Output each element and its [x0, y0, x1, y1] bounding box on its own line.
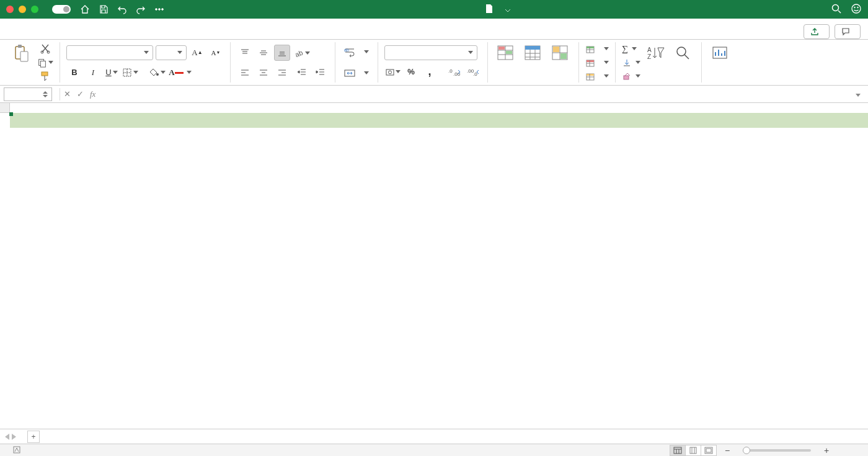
orientation-button[interactable]: ab	[294, 45, 310, 61]
sigma-icon: ∑	[622, 44, 628, 54]
svg-rect-9	[20, 51, 28, 61]
view-buttons	[670, 445, 717, 456]
align-bottom-button[interactable]	[274, 45, 290, 61]
analyse-data-button[interactable]	[708, 43, 732, 83]
autosum-button[interactable]: ∑	[622, 43, 640, 55]
autosave-toggle[interactable]	[52, 5, 71, 14]
expand-formula-bar-button[interactable]	[856, 89, 864, 99]
svg-rect-28	[506, 51, 512, 54]
fill-handle[interactable]	[9, 112, 13, 116]
redo-icon[interactable]	[135, 4, 146, 15]
fill-button[interactable]	[622, 56, 640, 69]
save-icon[interactable]	[98, 4, 109, 15]
comma-format-button[interactable]: ,	[422, 64, 438, 80]
cells-area[interactable]	[10, 113, 868, 429]
analyse-group	[702, 42, 738, 83]
normal-view-button[interactable]	[670, 445, 686, 456]
svg-rect-8	[18, 45, 22, 48]
fx-icon[interactable]: fx	[90, 89, 95, 99]
decrease-decimal-button[interactable]: .00.0	[465, 64, 481, 80]
name-box[interactable]	[4, 87, 52, 101]
find-select-icon	[674, 44, 693, 63]
paste-button[interactable]	[10, 43, 33, 83]
accessibility-icon[interactable]	[12, 445, 21, 455]
spreadsheet-grid[interactable]	[0, 103, 868, 429]
sheet-nav-next[interactable]	[12, 434, 16, 440]
align-center-button[interactable]	[255, 65, 272, 81]
ribbon-tabs	[0, 19, 868, 40]
zoom-slider[interactable]	[743, 449, 811, 452]
percent-format-button[interactable]: %	[403, 64, 419, 80]
selected-cell-outline	[10, 113, 12, 115]
close-window-button[interactable]	[6, 6, 14, 13]
svg-point-5	[854, 7, 856, 8]
page-layout-view-button[interactable]	[685, 445, 701, 456]
svg-rect-35	[587, 47, 594, 48]
sort-filter-button[interactable]: AZ	[644, 43, 668, 83]
smiley-icon[interactable]	[851, 3, 862, 16]
increase-font-button[interactable]: A▲	[189, 45, 205, 61]
undo-icon[interactable]	[117, 4, 128, 15]
italic-button[interactable]: I	[85, 65, 101, 81]
analyse-data-icon	[711, 44, 729, 63]
borders-button[interactable]	[122, 65, 138, 81]
increase-decimal-button[interactable]: .0.00	[446, 64, 463, 80]
merge-centre-button[interactable]	[342, 65, 371, 81]
increase-indent-button[interactable]	[312, 64, 329, 80]
add-sheet-button[interactable]: +	[27, 431, 40, 443]
accounting-format-button[interactable]	[384, 64, 401, 80]
svg-rect-40	[624, 76, 629, 79]
cancel-formula-icon[interactable]: ✕	[64, 89, 71, 99]
font-color-button[interactable]: A	[168, 65, 184, 81]
more-icon[interactable]	[154, 4, 165, 15]
number-format-select[interactable]	[384, 45, 477, 60]
status-bar: − +	[0, 444, 868, 456]
select-all-corner[interactable]	[0, 103, 10, 113]
enter-formula-icon[interactable]: ✓	[77, 89, 84, 99]
zoom-out-button[interactable]: −	[723, 445, 732, 455]
cell-styles-button[interactable]	[549, 43, 572, 83]
svg-text:.00: .00	[453, 71, 461, 76]
align-top-button[interactable]	[237, 45, 253, 61]
page-break-view-button[interactable]	[701, 445, 717, 456]
font-name-select[interactable]	[66, 45, 153, 60]
clear-button[interactable]	[622, 70, 640, 83]
maximize-window-button[interactable]	[31, 6, 38, 13]
conditional-formatting-button[interactable]	[494, 43, 518, 83]
svg-text:.0: .0	[448, 68, 453, 74]
format-as-table-button[interactable]	[521, 43, 545, 83]
decrease-font-button[interactable]: A▼	[208, 45, 224, 61]
insert-cells-button[interactable]	[585, 43, 609, 55]
title-dropdown-icon[interactable]	[505, 5, 511, 14]
find-select-button[interactable]	[671, 43, 695, 83]
svg-rect-32	[553, 47, 559, 52]
row1-title[interactable]	[10, 113, 868, 128]
underline-button[interactable]: U	[104, 65, 120, 81]
wrap-merge-group: ab	[335, 42, 378, 83]
copy-button[interactable]	[37, 56, 53, 68]
sheet-nav-prev[interactable]	[5, 434, 9, 440]
comments-button[interactable]	[835, 24, 861, 39]
minimize-window-button[interactable]	[19, 6, 26, 13]
zoom-in-button[interactable]: +	[822, 445, 831, 455]
wrap-text-button[interactable]: ab	[342, 44, 371, 60]
font-size-select[interactable]	[156, 45, 187, 60]
delete-cells-button[interactable]	[585, 56, 609, 69]
quick-access-toolbar	[79, 4, 165, 15]
align-left-button[interactable]	[237, 65, 253, 81]
align-right-button[interactable]	[274, 65, 290, 81]
formula-input[interactable]	[95, 87, 856, 101]
format-cells-button[interactable]	[585, 70, 609, 83]
align-middle-button[interactable]	[255, 45, 272, 61]
bold-button[interactable]: B	[66, 65, 82, 81]
svg-rect-49	[706, 449, 711, 452]
share-button[interactable]	[804, 24, 830, 39]
cut-button[interactable]	[37, 43, 53, 55]
search-icon[interactable]	[831, 3, 842, 16]
clipboard-group	[4, 42, 60, 83]
svg-text:ab: ab	[294, 48, 304, 58]
decrease-indent-button[interactable]	[294, 64, 310, 80]
fill-color-button[interactable]	[149, 65, 166, 81]
home-icon[interactable]	[79, 4, 91, 15]
format-painter-button[interactable]	[37, 71, 53, 83]
